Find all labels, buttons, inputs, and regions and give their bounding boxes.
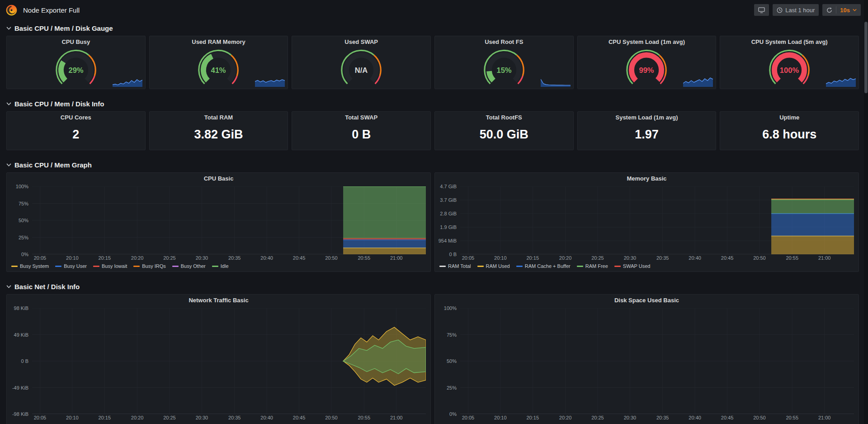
time-range-picker[interactable]: Last 1 hour [773,4,819,16]
panel-title[interactable]: Total SWAP [292,112,430,123]
x-axis-tick-label: 21:00 [390,415,403,420]
sparkline [541,75,571,87]
panel-title[interactable]: Uptime [720,112,859,123]
section-header-info[interactable]: Basic CPU / Mem / Disk Info [0,95,868,111]
x-axis-tick-label: 20:05 [462,255,475,261]
panel-title[interactable]: Total RAM [150,112,288,123]
gauge-arc: 15% [472,47,536,89]
top-navbar: Node Exporter Full Last 1 hour 10s [0,0,868,20]
panel-title[interactable]: CPU System Load (1m avg) [578,36,716,47]
x-axis-tick-label: 20:15 [526,255,539,261]
cycle-view-button[interactable] [754,4,769,16]
y-axis-tick-label: -49 KiB [12,385,28,391]
refresh-picker[interactable]: 10s [822,4,861,16]
chart-plot[interactable] [32,308,426,414]
panel-title[interactable]: Memory Basic [435,173,859,184]
x-axis-tick-label: 20:20 [559,415,572,420]
y-axis-tick-label: 0% [449,411,457,417]
stat-value: 1.97 [578,123,716,150]
divider [836,6,836,14]
grafana-logo[interactable] [5,4,18,16]
x-axis-tick-label: 21:00 [818,415,831,420]
gauge: 29% [7,47,145,89]
scrollbar-thumb[interactable] [864,22,868,93]
panel-title[interactable]: CPU Cores [7,112,145,123]
legend-swatch [477,266,484,267]
x-axis-tick-label: 20:30 [196,255,208,261]
legend-label: Busy Iowait [102,263,127,269]
legend-swatch [133,266,140,267]
x-axis-tick-label: 20:05 [462,415,475,420]
legend-swatch [577,266,583,267]
legend-item[interactable]: RAM Used [477,263,510,269]
x-axis: 20:0520:1020:1520:2020:2520:3020:3520:40… [32,414,426,422]
legend-item[interactable]: Busy System [11,263,49,269]
legend-swatch [172,266,179,267]
x-axis-tick-label: 20:55 [358,255,370,261]
x-axis-tick-label: 20:40 [260,255,273,261]
y-axis-tick-label: 100% [444,305,457,311]
panel-load-1m: CPU System Load (1m avg) 99% [577,36,717,89]
x-axis-tick-label: 20:10 [494,415,507,420]
x-axis-tick-label: 20:10 [66,415,79,420]
refresh-interval-label: 10s [840,7,850,14]
time-range-label: Last 1 hour [785,7,815,14]
panel-title[interactable]: CPU Busy [7,36,145,47]
chart-legend: RAM TotalRAM UsedRAM Cache + BufferRAM F… [435,262,859,272]
gauge: N/A [292,47,430,89]
panel-title[interactable]: Network Traffic Basic [7,295,430,305]
chart-plot[interactable] [460,186,854,254]
x-axis: 20:0520:1020:1520:2020:2520:3020:3520:40… [32,254,426,262]
legend-item[interactable]: Busy User [55,263,87,269]
legend-item[interactable]: Busy IRQs [133,263,166,269]
gauge-arc: 99% [615,47,678,89]
panel-load-5m: CPU System Load (5m avg) 100% [720,36,859,89]
y-axis: 0%25%50%75%100% [435,308,460,414]
x-axis-tick-label: 20:15 [98,255,111,261]
legend-item[interactable]: Idle [212,263,229,269]
legend-swatch [614,266,621,267]
gauge: 41% [150,47,288,89]
sparkline [255,75,285,87]
panel-title[interactable]: Used RAM Memory [150,36,288,47]
graph-row: CPU Basic 0%25%50%75%100% 20:0520:1020:1… [6,172,859,272]
x-axis-tick-label: 20:55 [786,255,798,261]
panel-title[interactable]: Used SWAP [292,36,430,47]
y-axis: 0 B954 MiB1.9 GiB2.8 GiB3.7 GiB4.7 GiB [435,186,460,254]
section-header-gauge[interactable]: Basic CPU / Mem / Disk Gauge [0,20,868,36]
svg-text:N/A: N/A [355,66,368,75]
chart-plot[interactable] [32,186,426,254]
y-axis-tick-label: 2.8 GiB [440,211,457,216]
legend-item[interactable]: RAM Cache + Buffer [516,263,571,269]
legend-item[interactable]: Busy Iowait [93,263,127,269]
panel-title[interactable]: CPU Basic [7,173,430,184]
panel-title[interactable]: Total RootFS [435,112,573,123]
chevron-down-icon [853,9,857,11]
sparkline [113,75,142,87]
legend-item[interactable]: RAM Total [439,263,471,269]
y-axis-tick-label: 954 MiB [439,238,457,243]
legend-item[interactable]: RAM Free [577,263,608,269]
panel-total-ram: Total RAM 3.82 GiB [149,111,288,150]
panel-title[interactable]: Disk Space Used Basic [435,295,859,305]
panel-total-rootfs: Total RootFS 50.0 GiB [434,111,574,150]
y-axis-tick-label: 50% [19,218,28,223]
clock-icon [777,7,783,13]
x-axis-tick-label: 21:00 [818,255,831,261]
legend-item[interactable]: Busy Other [172,263,206,269]
x-axis-tick-label: 20:50 [753,415,766,420]
gauge-row: CPU Busy 29% Used RAM Memory 41% Used SW… [6,36,859,89]
panel-used-swap: Used SWAP N/A [292,36,431,89]
panel-title[interactable]: Used Root FS [435,36,573,47]
y-axis-tick-label: 50% [447,358,457,364]
section-header-graph[interactable]: Basic CPU / Mem Graph [0,157,868,172]
legend-swatch [212,266,218,267]
chart-plot[interactable] [460,308,854,414]
panel-title[interactable]: System Load (1m avg) [578,112,716,123]
section-header-net[interactable]: Basic Net / Disk Info [0,278,868,294]
legend-item[interactable]: SWAP Used [614,263,651,269]
gauge-arc: 100% [758,47,821,89]
panel-title[interactable]: CPU System Load (5m avg) [720,36,859,47]
panel-cpu-busy: CPU Busy 29% [6,36,146,89]
x-axis: 20:0520:1020:1520:2020:2520:3020:3520:40… [460,414,854,422]
